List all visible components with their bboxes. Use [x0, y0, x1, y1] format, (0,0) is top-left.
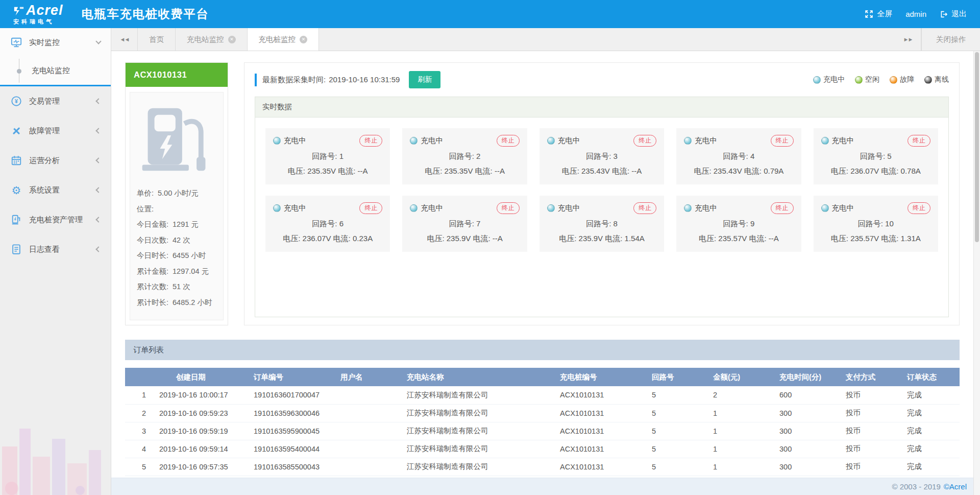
device-id-header: ACX1010131 — [126, 63, 228, 87]
sidebar-item-settings[interactable]: ⚙ 系统设置 — [0, 175, 111, 205]
orders-tbody: 12019-10-16 10:00:171910163601700047江苏安科… — [125, 386, 960, 476]
tab-scroll-left-button[interactable]: ◄◄ — [111, 28, 138, 51]
charging-status-orb-icon — [821, 204, 829, 212]
order-cell: ACX1010131 — [554, 404, 646, 422]
charging-status-orb-icon — [821, 137, 829, 145]
footer-brand-link[interactable]: ©Acrel — [944, 482, 967, 491]
order-row[interactable]: 42019-10-16 09:59:141910163595400044江苏安科… — [125, 440, 960, 458]
vertical-scrollbar[interactable] — [973, 51, 980, 495]
circuit-card: 充电中终止回路号: 2电压: 235.35V 电流: --A — [402, 128, 527, 184]
device-stat: 今日次数:42 次 — [137, 232, 216, 248]
order-cell: 600 — [773, 386, 840, 404]
circuit-card: 充电中终止回路号: 3电压: 235.43V 电流: --A — [540, 128, 664, 184]
tab-bar: ◄◄ 首页 充电站监控 ✕ 充电桩监控 ✕ ►► 关闭操作 — [111, 28, 980, 51]
sidebar-item-pile-assets[interactable]: 充电桩资产管理 — [0, 205, 111, 234]
circuit-number: 回路号: 8 — [547, 219, 656, 229]
order-cell: 4 — [125, 440, 153, 458]
fault-icon — [10, 125, 22, 136]
order-cell: ACX1010131 — [554, 386, 646, 404]
brand-subtitle: 安科瑞电气 — [13, 19, 63, 25]
tab-station-monitor[interactable]: 充电站监控 ✕ — [176, 28, 248, 51]
svg-text:¥: ¥ — [15, 98, 18, 104]
circuit-card: 充电中终止回路号: 6电压: 236.07V 电流: 0.23A — [265, 196, 390, 252]
fullscreen-button[interactable]: 全屏 — [865, 9, 892, 19]
sidebar-item-label: 日志查看 — [29, 245, 60, 254]
chevron-left-icon — [95, 187, 101, 193]
tab-home[interactable]: 首页 — [138, 28, 176, 51]
log-icon — [10, 244, 22, 255]
order-row[interactable]: 22019-10-16 09:59:231910163596300046江苏安科… — [125, 404, 960, 422]
order-cell: 300 — [773, 422, 840, 440]
refresh-button[interactable]: 刷新 — [409, 71, 440, 88]
sidebar-item-analysis[interactable]: 运营分析 — [0, 146, 111, 175]
order-cell: 1910163595400044 — [248, 440, 334, 458]
tab-scroll-right-button[interactable]: ►► — [895, 28, 921, 51]
scrollbar-thumb[interactable] — [975, 52, 979, 242]
order-cell: 完成 — [901, 422, 960, 440]
order-cell: 2019-10-16 09:59:19 — [153, 422, 248, 440]
sidebar-item-logs[interactable]: 日志查看 — [0, 234, 111, 264]
orders-header-row: 创建日期订单编号用户名充电站名称充电桩编号回路号金额(元)充电时间(分)支付方式… — [125, 368, 960, 386]
user-menu[interactable]: admin — [905, 10, 926, 18]
tab-close-icon[interactable]: ✕ — [300, 36, 307, 43]
sidebar-item-realtime-monitor[interactable]: 实时监控 — [0, 28, 111, 57]
circuit-voltage-current: 电压: 235.57V 电流: --A — [684, 234, 793, 244]
fullscreen-icon — [865, 10, 873, 18]
circuit-status: 充电中 — [558, 203, 580, 213]
stop-button[interactable]: 终止 — [497, 135, 520, 147]
order-cell: ACX1010131 — [554, 458, 646, 476]
stop-button[interactable]: 终止 — [359, 135, 382, 147]
circuit-voltage-current: 电压: 235.9V 电流: 1.54A — [547, 234, 656, 244]
tab-close-icon[interactable]: ✕ — [228, 36, 236, 43]
chevron-left-icon — [95, 98, 101, 104]
order-cell: 2019-10-16 09:59:14 — [153, 440, 248, 458]
order-cell: 江苏安科瑞制造有限公司 — [401, 440, 554, 458]
circuit-status: 充电中 — [558, 136, 580, 146]
circuit-voltage-current: 电压: 235.35V 电流: --A — [410, 167, 519, 176]
tab-pile-monitor[interactable]: 充电桩监控 ✕ — [248, 28, 320, 51]
orders-column-header: 用户名 — [334, 368, 401, 386]
device-stat: 累计金额:1297.04 元 — [137, 264, 216, 279]
sidebar-item-station-monitor[interactable]: 充电站监控 — [0, 57, 111, 85]
acrel-logo-icon — [13, 5, 24, 16]
stop-button[interactable]: 终止 — [359, 202, 382, 214]
logout-button[interactable]: 退出 — [940, 9, 967, 19]
device-stat: 今日金额:1291 元 — [137, 217, 216, 232]
circuit-voltage-current: 电压: 235.43V 电流: 0.79A — [684, 167, 793, 176]
order-cell: 投币 — [840, 440, 901, 458]
circuit-voltage-current: 电压: 236.07V 电流: 0.78A — [821, 167, 930, 176]
order-cell: 5 — [646, 422, 707, 440]
chevron-down-icon — [95, 38, 101, 44]
monitor-icon — [10, 37, 22, 48]
stop-button[interactable]: 终止 — [908, 202, 930, 214]
stop-button[interactable]: 终止 — [633, 202, 656, 214]
close-operations-menu[interactable]: 关闭操作 — [921, 28, 980, 51]
order-row[interactable]: 32019-10-16 09:59:191910163595900045江苏安科… — [125, 422, 960, 440]
order-cell: 完成 — [901, 458, 960, 476]
sidebar-subitem-label: 充电站监控 — [32, 66, 70, 76]
circuit-number: 回路号: 3 — [547, 152, 656, 161]
monitor-panel: 最新数据采集时间:2019-10-16 10:31:59 刷新 充电中空闲故障离… — [244, 62, 960, 325]
orders-section: 订单列表 创建日期订单编号用户名充电站名称充电桩编号回路号金额(元)充电时间(分… — [125, 340, 960, 476]
circuit-status: 充电中 — [695, 136, 717, 146]
stop-button[interactable]: 终止 — [497, 202, 520, 214]
circuit-voltage-current: 电压: 235.35V 电流: --A — [273, 167, 382, 176]
stop-button[interactable]: 终止 — [771, 202, 794, 214]
circuit-card: 充电中终止回路号: 10电压: 235.57V 电流: 1.31A — [814, 196, 938, 252]
order-cell: 1 — [707, 422, 773, 440]
copyright-text: © 2003 - 2019 — [892, 482, 940, 491]
device-panel: ACX1010131 单价:5.00 小时/元位置:今日金额:1291 元今日次… — [125, 62, 228, 325]
order-cell: 300 — [773, 404, 840, 422]
stop-button[interactable]: 终止 — [771, 135, 794, 147]
stop-button[interactable]: 终止 — [633, 135, 656, 147]
order-cell: 5 — [646, 440, 707, 458]
order-cell: ACX1010131 — [554, 422, 646, 440]
sidebar-item-faults[interactable]: 故障管理 — [0, 116, 111, 146]
sidebar-item-transactions[interactable]: ¥ 交易管理 — [0, 86, 111, 116]
order-row[interactable]: 12019-10-16 10:00:171910163601700047江苏安科… — [125, 386, 960, 404]
orders-column-header: 订单编号 — [248, 368, 334, 386]
order-row[interactable]: 52019-10-16 09:57:351910163585500043江苏安科… — [125, 458, 960, 476]
stop-button[interactable]: 终止 — [908, 135, 930, 147]
sidebar: 实时监控 充电站监控 ¥ 交易管理 — [0, 28, 111, 495]
orders-column-header: 充电站名称 — [401, 368, 554, 386]
